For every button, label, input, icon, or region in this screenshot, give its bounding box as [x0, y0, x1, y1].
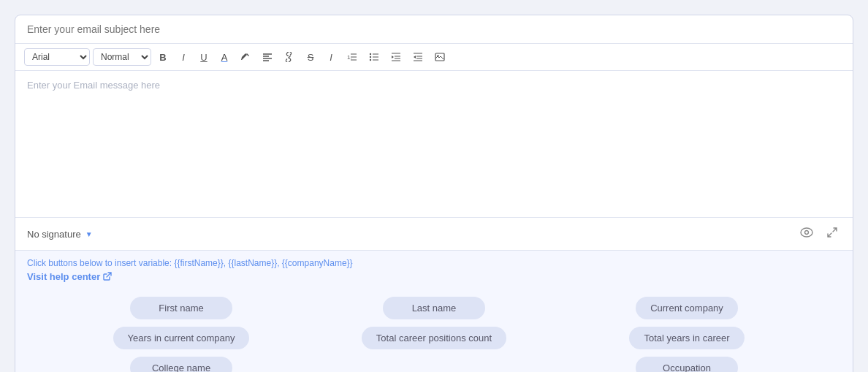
link-button[interactable] — [280, 49, 299, 65]
var-current-company[interactable]: Current company — [636, 297, 738, 319]
var-total-positions[interactable]: Total career positions count — [362, 327, 506, 349]
variable-hint: Click buttons below to insert variable: … — [27, 258, 841, 268]
svg-point-9 — [370, 56, 371, 58]
signature-actions — [797, 224, 841, 244]
var-last-name[interactable]: Last name — [383, 297, 485, 319]
variables-section: First name Years in current company Coll… — [15, 286, 853, 372]
svg-point-25 — [805, 231, 809, 235]
signature-bar: No signature ▼ — [15, 217, 853, 250]
preview-button[interactable] — [797, 224, 816, 243]
highlight-button[interactable] — [236, 49, 255, 65]
message-placeholder: Enter your Email message here — [27, 80, 160, 91]
expand-button[interactable] — [823, 224, 841, 244]
bold-button[interactable]: B — [154, 49, 172, 66]
outdent-button[interactable] — [408, 49, 427, 65]
info-bar: Click buttons below to insert variable: … — [15, 250, 853, 286]
svg-point-10 — [370, 59, 371, 61]
font-color-button[interactable]: A — [216, 49, 233, 66]
signature-selector[interactable]: No signature ▼ — [27, 229, 93, 240]
external-link-icon — [103, 272, 112, 282]
var-college-name[interactable]: College name — [130, 357, 232, 372]
signature-label: No signature — [27, 229, 81, 240]
variables-col-3: Current company Total years in career Oc… — [565, 297, 809, 372]
image-button[interactable] — [430, 49, 449, 65]
subject-bar — [15, 15, 853, 44]
font-family-select[interactable]: Arial Times New Roman Courier — [24, 48, 90, 66]
unordered-list-button[interactable] — [365, 49, 384, 65]
variables-col-2: Last name Total career positions count — [312, 297, 556, 349]
signature-dropdown-arrow: ▼ — [85, 230, 93, 238]
subject-input[interactable] — [27, 23, 841, 35]
visit-help-link[interactable]: Visit help center — [27, 271, 112, 282]
font-size-select[interactable]: Normal Small Large — [93, 48, 151, 66]
svg-point-8 — [370, 53, 371, 55]
var-years-current-company[interactable]: Years in current company — [113, 327, 250, 349]
var-total-years-career[interactable]: Total years in career — [629, 327, 744, 349]
formatting-toolbar: Arial Times New Roman Courier Normal Sma… — [15, 44, 853, 71]
align-left-button[interactable] — [258, 49, 277, 65]
svg-point-24 — [801, 228, 812, 237]
ordered-list-button[interactable]: 1. — [343, 49, 362, 65]
underline-button[interactable]: U — [195, 49, 213, 66]
var-first-name[interactable]: First name — [130, 297, 232, 319]
italic-button[interactable]: I — [175, 49, 192, 66]
variables-grid: First name Years in current company Coll… — [59, 297, 809, 372]
email-composer: Arial Times New Roman Courier Normal Sma… — [15, 15, 853, 372]
message-area[interactable]: Enter your Email message here — [15, 71, 853, 217]
indent-button[interactable] — [387, 49, 406, 65]
variables-col-1: First name Years in current company Coll… — [59, 297, 303, 372]
var-occupation[interactable]: Occupation — [636, 357, 738, 372]
strikethrough-button[interactable]: S — [302, 49, 319, 66]
italic2-button[interactable]: I — [322, 49, 340, 66]
